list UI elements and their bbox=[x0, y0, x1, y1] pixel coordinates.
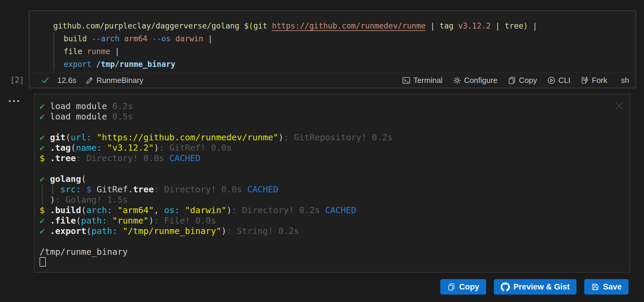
output-line bbox=[40, 257, 630, 268]
output-line: ✔ golang( bbox=[40, 174, 630, 184]
output-line: ✔ git(url: "https://github.com/runmedev/… bbox=[40, 132, 630, 143]
code-line: github.com/purpleclay/daggerverse/golang… bbox=[53, 20, 636, 32]
output-line: │ │ src: $ GitRef.tree: Directory! 0.0s … bbox=[40, 184, 630, 195]
preview-gist-label: Preview & Gist bbox=[513, 282, 570, 292]
code-link[interactable]: https://github.com/runmedev/runme bbox=[272, 21, 426, 30]
fork-label: Fork bbox=[592, 76, 607, 85]
status-actions: Terminal Configure C bbox=[402, 76, 629, 85]
save-label: Save bbox=[603, 282, 622, 292]
terminal-button[interactable]: Terminal bbox=[402, 76, 442, 85]
play-circle-icon bbox=[547, 76, 556, 85]
cli-label: CLI bbox=[558, 76, 570, 85]
terminal-cursor bbox=[40, 257, 46, 267]
cell-status-bar: 12.6s RunmeBinary Terminal bbox=[29, 73, 636, 88]
copy-icon bbox=[508, 76, 516, 85]
fork-icon bbox=[581, 76, 589, 85]
fork-button[interactable]: Fork bbox=[581, 76, 607, 85]
github-icon bbox=[501, 282, 510, 292]
configure-label: Configure bbox=[464, 76, 498, 85]
notebook-view: [2] github.com/purpleclay/daggerverse/go… bbox=[0, 0, 644, 302]
copy-label: Copy bbox=[519, 76, 537, 85]
output-footer-actions: Copy Preview & Gist Save bbox=[440, 279, 629, 295]
execution-count: [2] bbox=[10, 76, 24, 84]
notebook-cell: github.com/purpleclay/daggerverse/golang… bbox=[29, 10, 636, 88]
output-line: ✔ .file(path: "runme"): File! 0.0s bbox=[40, 216, 630, 226]
output-line bbox=[40, 236, 630, 247]
language-indicator[interactable]: sh bbox=[621, 76, 629, 85]
output-panel: ✔ load module 6.2s✔ load module 0.5s ✔ g… bbox=[34, 94, 630, 273]
output-line: ✔ .tag(name: "v3.12.2"): GitRef! 0.0s bbox=[40, 143, 630, 153]
execution-status: 12.6s bbox=[41, 76, 76, 85]
gear-icon bbox=[453, 76, 461, 85]
terminal-label: Terminal bbox=[413, 76, 442, 85]
cli-button[interactable]: CLI bbox=[547, 76, 570, 85]
save-icon bbox=[591, 283, 599, 291]
terminal-output: ✔ load module 6.2s✔ load module 0.5s ✔ g… bbox=[34, 94, 630, 268]
preview-gist-button[interactable]: Preview & Gist bbox=[494, 279, 577, 295]
output-line bbox=[40, 163, 630, 174]
output-line: /tmp/runme_binary bbox=[40, 247, 630, 257]
success-check-icon bbox=[41, 76, 50, 85]
more-actions-icon[interactable] bbox=[9, 100, 19, 102]
configure-button[interactable]: Configure bbox=[453, 76, 498, 85]
cell-name-control[interactable]: RunmeBinary bbox=[85, 76, 144, 85]
terminal-icon bbox=[402, 76, 411, 85]
footer-copy-label: Copy bbox=[459, 282, 479, 292]
output-line: ✔ load module 0.5s bbox=[40, 111, 630, 122]
output-line: ✔ .export(path: "/tmp/runme_binary"): St… bbox=[40, 226, 630, 236]
output-line: $ .tree: Directory! 0.0s CACHED bbox=[40, 153, 630, 163]
code-line: build --arch arm64 --os darwin | bbox=[53, 32, 636, 45]
output-line bbox=[40, 122, 630, 132]
code-line: file runme | bbox=[53, 45, 636, 58]
code-line: export /tmp/runme_binary bbox=[53, 58, 636, 71]
execution-duration: 12.6s bbox=[57, 76, 76, 85]
copy-icon bbox=[447, 283, 455, 291]
code-editor[interactable]: github.com/purpleclay/daggerverse/golang… bbox=[29, 11, 636, 73]
cell-name: RunmeBinary bbox=[97, 76, 144, 85]
output-line: ✔ load module 6.2s bbox=[40, 101, 630, 111]
save-button[interactable]: Save bbox=[584, 279, 629, 295]
output-line: $ .build(arch: "arm64", os: "darwin"): D… bbox=[40, 205, 630, 216]
copy-button[interactable]: Copy bbox=[508, 76, 537, 85]
output-line: │ ): Golang! 1.5s bbox=[40, 195, 630, 205]
pencil-icon bbox=[85, 76, 94, 84]
footer-copy-button[interactable]: Copy bbox=[440, 279, 486, 295]
close-icon[interactable] bbox=[615, 102, 623, 110]
